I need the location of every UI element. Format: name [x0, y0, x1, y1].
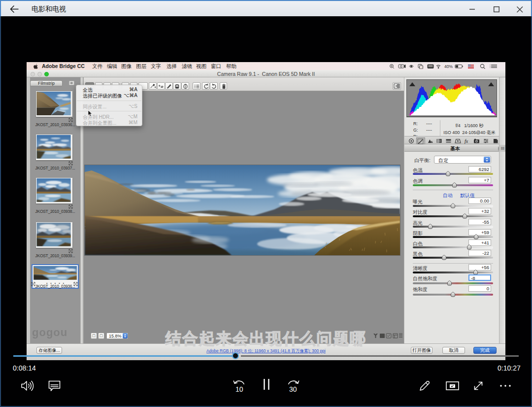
svg-text:10: 10: [235, 385, 243, 393]
svg-text:fx: fx: [465, 138, 468, 144]
svg-text:30: 30: [289, 385, 297, 393]
svg-text:40%: 40%: [444, 64, 453, 69]
